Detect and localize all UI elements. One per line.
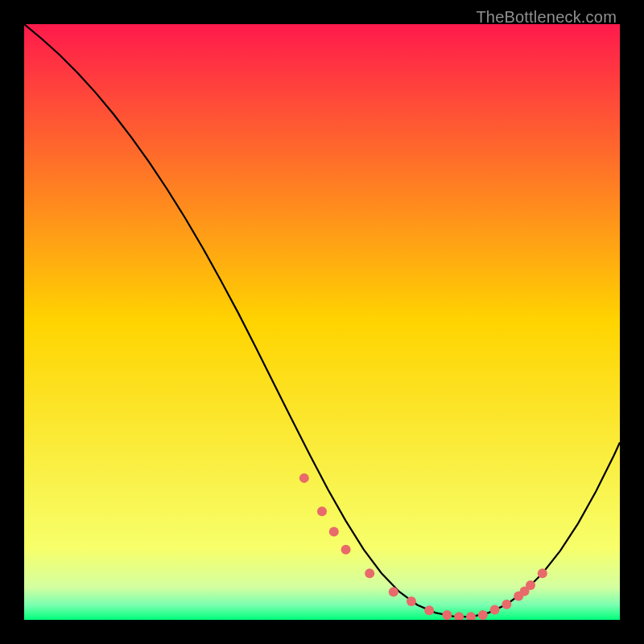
data-dot [538,568,547,578]
data-dot [407,597,416,606]
data-dot [317,506,327,516]
plot-area [24,24,620,620]
data-dot [526,580,535,590]
data-dot [341,545,351,555]
data-dot [299,473,309,483]
data-dot [389,587,398,597]
watermark-text: TheBottleneck.com [476,8,617,27]
data-dot [478,610,488,620]
chart-container: TheBottleneck.com [0,0,644,644]
data-dot [424,605,434,615]
data-dot [442,610,452,620]
data-dot [329,526,339,536]
data-dot [365,568,374,578]
data-dot [502,600,511,609]
chart-svg [24,24,620,620]
data-dot [490,605,500,614]
